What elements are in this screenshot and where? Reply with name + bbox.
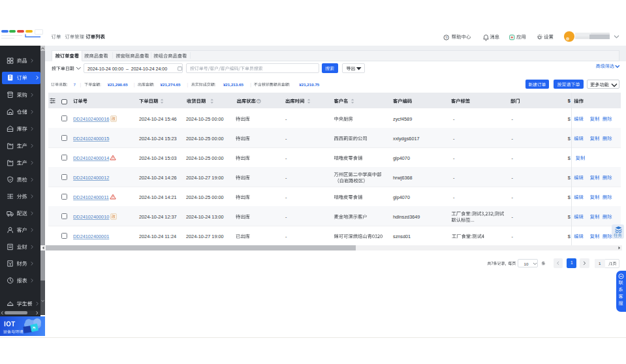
svg-text:?: ? — [258, 99, 260, 103]
svg-text:?: ? — [445, 36, 448, 40]
